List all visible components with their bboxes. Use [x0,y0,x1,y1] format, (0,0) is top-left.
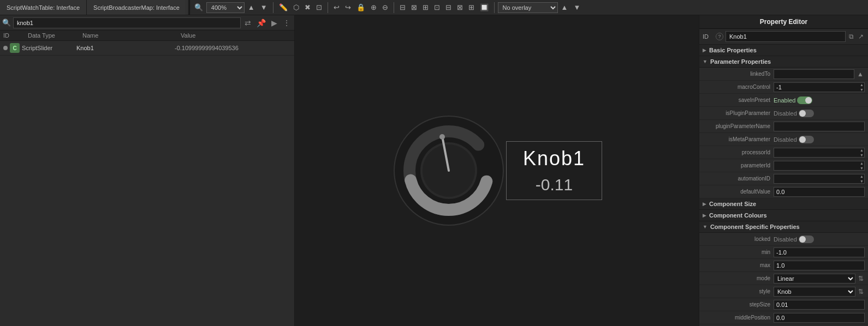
knob-value-label: -0.11 [536,176,573,194]
macroControl-up[interactable]: ▲ [859,82,864,87]
macroControl-spinner[interactable]: ▲ ▼ [774,82,865,92]
tab-scriptbroadcastermap[interactable]: ScriptBroadcasterMap: Interface [87,0,187,15]
distribute-v-icon[interactable]: ⊞ [466,2,477,13]
pencil-icon[interactable]: ✏️ [277,2,290,13]
defaultValue-input[interactable] [774,187,865,197]
mode-arrows[interactable]: ⇅ [857,275,865,282]
processorId-up[interactable]: ▲ [859,148,864,153]
automationID-up[interactable]: ▲ [859,174,864,179]
prop-value-style: KnobHorizontalVertical ⇅ [774,287,865,297]
section-basic-properties[interactable]: ▶ Basic Properties [699,45,868,56]
more-btn[interactable]: ⋮ [281,19,292,27]
processorId-dn[interactable]: ▼ [859,153,864,158]
isMetaParameter-knob [799,136,806,143]
resize-icon[interactable]: 🔲 [478,2,491,13]
overlay-select[interactable]: No overlayOverlay 1 [498,2,558,13]
prop-defaultValue: defaultValue [699,185,868,198]
saveInPreset-toggle-knob [805,97,812,104]
zoom-icon[interactable]: 🔍 [192,2,205,13]
prop-min: min [699,246,868,259]
snap-icon[interactable]: ⊡ [314,2,324,13]
pin-btn[interactable]: 📌 [255,19,267,27]
search-bar: 🔍 ⇄ 📌 ▶ ⋮ [0,15,294,31]
section-component-specific[interactable]: ▼ Component Specific Properties [699,221,868,233]
delete-icon[interactable]: ✖ [302,2,313,13]
prop-isMetaParameter: isMetaParameter Disabled [699,133,868,146]
select-icon[interactable]: ⬡ [291,2,301,13]
isPluginParameter-text: Disabled [774,110,797,117]
parameterId-arrows: ▲ ▼ [859,161,864,171]
linkedTo-arrow[interactable]: ▲ [856,70,865,78]
help-btn[interactable]: ? [716,33,723,40]
style-select[interactable]: KnobHorizontalVertical [774,287,855,297]
knob-label-box: Knob1 -0.11 [506,141,602,200]
prop-macroControl: macroControl ▲ ▼ [699,81,868,94]
parameterId-up[interactable]: ▲ [859,161,864,166]
copy-btn[interactable]: ⧉ [848,33,855,40]
processorId-spinner[interactable]: ▲ ▼ [774,148,865,158]
saveInPreset-toggle[interactable] [797,96,812,104]
link-btn[interactable]: ↗ [857,33,865,40]
play-btn[interactable]: ▶ [270,19,279,27]
filter-btn[interactable]: ⇄ [243,19,253,27]
zoom-select[interactable]: 400%50%100%200%800% [206,2,245,13]
stepSize-input[interactable] [774,300,865,310]
parameterId-spinner[interactable]: ▲ ▼ [774,161,865,171]
align-bottom-icon[interactable]: ⊟ [443,2,454,13]
search-icon[interactable]: 🔍 [2,19,11,27]
search-input[interactable] [13,17,241,28]
lock-icon[interactable]: 🔒 [354,2,367,13]
undo-icon[interactable]: ↩ [331,2,342,13]
macroControl-dn[interactable]: ▼ [859,87,864,92]
min-input[interactable] [774,247,865,257]
processorId-input[interactable] [774,148,859,157]
locked-text: Disabled [774,236,797,243]
macroControl-input[interactable] [774,83,859,92]
prop-automationID: automationID ▲ ▼ [699,172,868,185]
automationID-dn[interactable]: ▼ [859,179,864,184]
zoom-up-btn[interactable]: ▲ [246,2,257,13]
row-name: Knob1 [76,45,175,51]
parameterId-dn[interactable]: ▼ [859,166,864,171]
table-row[interactable]: C ScriptSlider Knob1 -0.1099999999403953… [0,41,294,56]
remove-icon[interactable]: ⊖ [380,2,390,13]
tab-scriptwatchtable[interactable]: ScriptWatchTable: Interface [0,0,87,15]
align-right-icon[interactable]: ⊞ [420,2,431,13]
overlay-up-btn[interactable]: ▲ [559,2,570,13]
pluginParameterName-input[interactable] [774,122,865,131]
section-component-colours[interactable]: ▶ Component Colours [699,210,868,221]
property-editor-title: Property Editor [699,15,868,29]
id-label: ID [703,33,714,40]
zoom-down-btn[interactable]: ▼ [258,2,270,13]
redo-icon[interactable]: ↪ [343,2,353,13]
locked-toggle[interactable] [799,236,814,243]
id-input[interactable] [726,31,846,42]
style-arrows[interactable]: ⇅ [857,288,865,295]
mode-select[interactable]: LinearLogarithmicDiscrete [774,274,855,283]
automationID-spinner[interactable]: ▲ ▼ [774,174,865,184]
knob-svg[interactable] [391,113,506,228]
add-icon[interactable]: ⊕ [368,2,379,13]
prop-middlePosition: middlePosition [699,311,868,324]
section-component-size[interactable]: ▶ Component Size [699,198,868,210]
overlay-down-btn[interactable]: ▼ [571,2,582,13]
linkedTo-input[interactable] [774,69,854,79]
prop-name-stepSize: stepSize [703,301,774,307]
align-center-icon[interactable]: ⊠ [409,2,419,13]
distribute-h-icon[interactable]: ⊠ [455,2,465,13]
automationID-input[interactable] [774,174,859,183]
align-top-icon[interactable]: ⊡ [432,2,442,13]
align-left-icon[interactable]: ⊟ [397,2,408,13]
middlePosition-input[interactable] [774,313,865,323]
section-parameter-properties[interactable]: ▼ Parameter Properties [699,56,868,68]
parameterId-input[interactable] [774,161,859,170]
row-type-badge: C [10,43,20,53]
prop-name-defaultValue: defaultValue [703,189,774,195]
isMetaParameter-toggle[interactable] [799,136,814,143]
isPluginParameter-toggle[interactable] [799,110,814,117]
prop-value-middlePosition [774,313,865,323]
prop-name-automationID: automationID [703,176,774,182]
prop-isPluginParameter: isPluginParameter Disabled [699,107,868,120]
knob-name-label: Knob1 [523,147,585,170]
max-input[interactable] [774,261,865,270]
